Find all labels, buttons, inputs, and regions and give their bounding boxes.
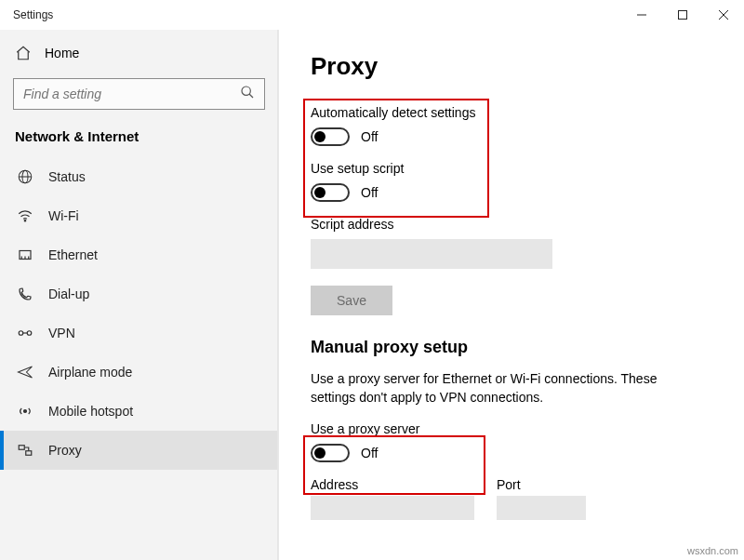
svg-point-11 xyxy=(19,331,23,336)
port-label: Port xyxy=(497,477,586,492)
search-box[interactable] xyxy=(13,78,265,110)
use-proxy-state: Off xyxy=(361,446,378,460)
globe-icon xyxy=(17,168,33,185)
sidebar-item-status[interactable]: Status xyxy=(0,157,278,196)
content-pane: Proxy Automatically detect settings Off … xyxy=(279,30,744,560)
sidebar-item-dialup[interactable]: Dial-up xyxy=(0,274,278,313)
svg-line-5 xyxy=(249,94,253,98)
auto-detect-toggle[interactable] xyxy=(311,127,350,146)
wifi-icon xyxy=(17,207,33,224)
svg-point-9 xyxy=(24,220,26,222)
sidebar-item-label: Proxy xyxy=(48,443,82,458)
sidebar-item-proxy[interactable]: Proxy xyxy=(0,431,278,470)
script-address-label: Script address xyxy=(311,217,725,232)
vpn-icon xyxy=(17,325,33,341)
phone-icon xyxy=(17,286,33,302)
sidebar-item-label: Wi-Fi xyxy=(48,208,79,223)
sidebar-item-label: Mobile hotspot xyxy=(48,404,133,419)
svg-point-4 xyxy=(242,87,250,95)
minimize-button[interactable] xyxy=(621,0,662,30)
manual-description: Use a proxy server for Ethernet or Wi-Fi… xyxy=(311,370,701,407)
auto-detect-state: Off xyxy=(361,129,378,144)
sidebar-item-hotspot[interactable]: Mobile hotspot xyxy=(0,392,278,431)
script-address-input[interactable] xyxy=(311,239,552,269)
sidebar-item-wifi[interactable]: Wi-Fi xyxy=(0,196,278,235)
hotspot-icon xyxy=(17,403,33,420)
sidebar-item-airplane[interactable]: Airplane mode xyxy=(0,353,278,392)
sidebar-item-ethernet[interactable]: Ethernet xyxy=(0,235,278,274)
search-icon xyxy=(240,85,255,103)
svg-rect-16 xyxy=(26,451,32,456)
svg-rect-15 xyxy=(19,446,24,450)
sidebar-item-label: VPN xyxy=(48,326,75,340)
sidebar-item-label: Dial-up xyxy=(48,287,89,301)
search-input[interactable] xyxy=(23,87,240,101)
titlebar: Settings xyxy=(0,0,744,30)
save-button[interactable]: Save xyxy=(311,286,392,315)
home-icon xyxy=(15,45,32,61)
auto-detect-label: Automatically detect settings xyxy=(311,105,725,120)
svg-point-12 xyxy=(27,331,32,336)
category-title: Network & Internet xyxy=(0,123,278,157)
home-label: Home xyxy=(45,46,79,60)
maximize-button[interactable] xyxy=(662,0,703,30)
close-button[interactable] xyxy=(703,0,744,30)
port-input[interactable] xyxy=(497,496,586,520)
watermark: wsxdn.com xyxy=(687,545,738,556)
sidebar-item-vpn[interactable]: VPN xyxy=(0,313,278,353)
sidebar: Home Network & Internet Status Wi-Fi xyxy=(0,30,279,560)
use-proxy-toggle[interactable] xyxy=(311,444,350,462)
address-label: Address xyxy=(311,477,474,492)
use-proxy-label: Use a proxy server xyxy=(311,421,725,436)
ethernet-icon xyxy=(17,247,33,263)
sidebar-item-label: Ethernet xyxy=(48,247,98,262)
proxy-icon xyxy=(17,442,33,459)
manual-heading: Manual proxy setup xyxy=(311,338,725,357)
svg-point-14 xyxy=(24,410,27,413)
airplane-icon xyxy=(17,364,33,380)
app-title: Settings xyxy=(13,8,53,21)
use-script-toggle[interactable] xyxy=(311,183,350,202)
address-input[interactable] xyxy=(311,496,474,520)
sidebar-item-label: Airplane mode xyxy=(48,365,132,380)
svg-rect-1 xyxy=(679,11,687,20)
sidebar-item-label: Status xyxy=(48,169,86,184)
page-title: Proxy xyxy=(311,52,725,81)
use-script-state: Off xyxy=(361,185,378,200)
use-script-label: Use setup script xyxy=(311,161,725,176)
home-nav[interactable]: Home xyxy=(0,35,278,71)
